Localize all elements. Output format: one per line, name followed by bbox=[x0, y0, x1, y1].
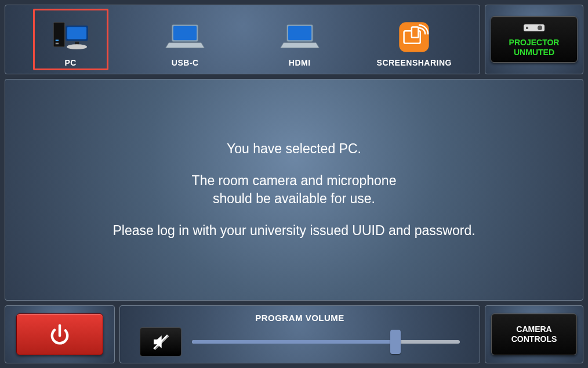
camera-controls-button[interactable]: CAMERA CONTROLS bbox=[491, 313, 577, 355]
info-line-1: You have selected PC. bbox=[227, 140, 361, 158]
info-line-2: The room camera and microphone should be… bbox=[192, 172, 397, 208]
pc-icon bbox=[50, 18, 91, 56]
svg-rect-8 bbox=[173, 26, 197, 41]
svg-rect-16 bbox=[526, 27, 528, 29]
svg-rect-10 bbox=[288, 26, 311, 41]
svg-rect-0 bbox=[53, 23, 64, 47]
speaker-muted-icon bbox=[151, 332, 170, 352]
laptop-icon bbox=[165, 18, 205, 56]
svg-rect-2 bbox=[56, 43, 59, 45]
svg-point-15 bbox=[538, 26, 542, 30]
projector-icon bbox=[522, 22, 546, 37]
source-usbc[interactable]: USB-C bbox=[147, 9, 223, 70]
info-panel: You have selected PC. The room camera an… bbox=[5, 79, 583, 301]
source-label: HDMI bbox=[289, 58, 311, 67]
volume-title: PROGRAM VOLUME bbox=[255, 313, 344, 323]
power-button[interactable] bbox=[16, 313, 103, 355]
info-line-3: Please log in with your university issue… bbox=[112, 222, 475, 240]
mute-button[interactable] bbox=[140, 327, 182, 356]
bottom-row: PROGRAM VOLUME CAMERA CONTROLS bbox=[5, 305, 583, 363]
top-row: PC USB-C HDMI bbox=[5, 5, 583, 74]
source-label: PC bbox=[65, 58, 77, 67]
projector-status: PROJECTOR UNMUTED bbox=[509, 38, 560, 56]
volume-controls bbox=[140, 327, 460, 356]
camera-button-label: CAMERA CONTROLS bbox=[511, 324, 557, 344]
camera-panel: CAMERA CONTROLS bbox=[485, 305, 583, 363]
slider-fill bbox=[192, 340, 395, 344]
svg-rect-13 bbox=[412, 27, 419, 38]
projector-mute-button[interactable]: PROJECTOR UNMUTED bbox=[491, 16, 578, 63]
power-icon bbox=[47, 322, 72, 347]
volume-slider[interactable] bbox=[192, 330, 460, 353]
screenshare-icon bbox=[394, 18, 434, 56]
source-label: USB-C bbox=[172, 58, 199, 67]
source-screensharing[interactable]: SCREENSHARING bbox=[376, 9, 452, 70]
source-select-panel: PC USB-C HDMI bbox=[5, 5, 480, 74]
source-hdmi[interactable]: HDMI bbox=[262, 9, 337, 70]
laptop-icon bbox=[280, 18, 320, 56]
svg-rect-4 bbox=[67, 27, 86, 39]
svg-rect-1 bbox=[56, 39, 59, 41]
slider-thumb[interactable] bbox=[390, 330, 401, 354]
projector-panel: PROJECTOR UNMUTED bbox=[485, 5, 583, 74]
source-label: SCREENSHARING bbox=[377, 58, 452, 67]
power-panel bbox=[5, 305, 115, 363]
source-pc[interactable]: PC bbox=[33, 9, 108, 70]
volume-panel: PROGRAM VOLUME bbox=[119, 305, 480, 363]
svg-point-6 bbox=[67, 44, 87, 49]
